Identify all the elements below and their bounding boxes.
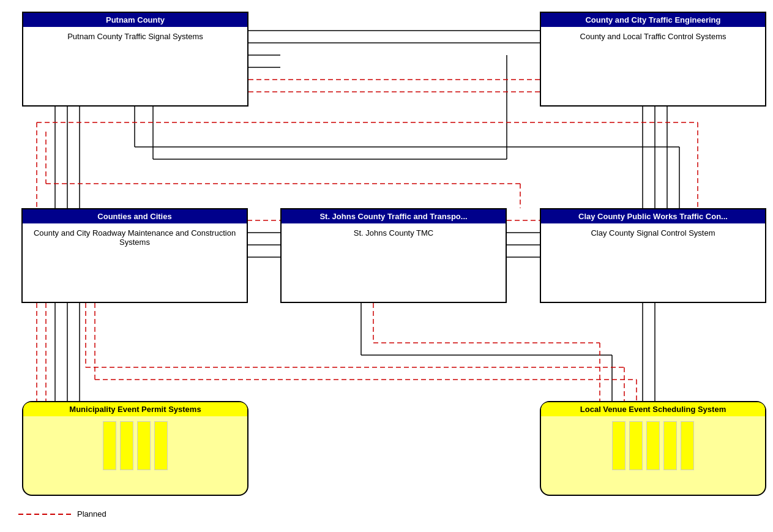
stripe-3 [646,421,660,470]
county-city-header: County and City Traffic Engineering [541,13,765,27]
planned-label: Planned [77,509,106,519]
putnam-node: Putnam County Putnam County Traffic Sign… [22,12,248,107]
municipality-body [23,416,247,475]
stripe-1 [103,421,116,470]
stripe-1 [612,421,625,470]
putnam-body: Putnam County Traffic Signal Systems [23,27,247,46]
stripe-2 [629,421,643,470]
stripe-4 [663,421,677,470]
diagram-container: Putnam County Putnam County Traffic Sign… [0,0,773,532]
stripe-4 [154,421,168,470]
putnam-header: Putnam County [23,13,247,27]
local-venue-body [541,416,765,475]
stjohns-body: St. Johns County TMC [282,223,506,242]
county-city-node: County and City Traffic Engineering Coun… [540,12,766,107]
clay-header: Clay County Public Works Traffic Con... [541,209,765,223]
clay-body: Clay County Signal Control System [541,223,765,242]
legend: Planned [18,509,106,519]
stripe-5 [681,421,694,470]
local-venue-header: Local Venue Event Scheduling System [541,402,765,416]
counties-node: Counties and Cities County and City Road… [21,208,248,303]
municipality-header: Municipality Event Permit Systems [23,402,247,416]
county-city-body: County and Local Traffic Control Systems [541,27,765,46]
stripe-3 [137,421,151,470]
legend-planned: Planned [18,509,106,519]
stjohns-node: St. Johns County Traffic and Transpo... … [280,208,507,303]
municipality-node: Municipality Event Permit Systems [22,401,248,496]
planned-line-icon [18,511,73,518]
stjohns-header: St. Johns County Traffic and Transpo... [282,209,506,223]
local-venue-node: Local Venue Event Scheduling System [540,401,766,496]
counties-header: Counties and Cities [23,209,247,223]
counties-body: County and City Roadway Maintenance and … [23,223,247,252]
stripe-2 [120,421,133,470]
clay-node: Clay County Public Works Traffic Con... … [540,208,766,303]
